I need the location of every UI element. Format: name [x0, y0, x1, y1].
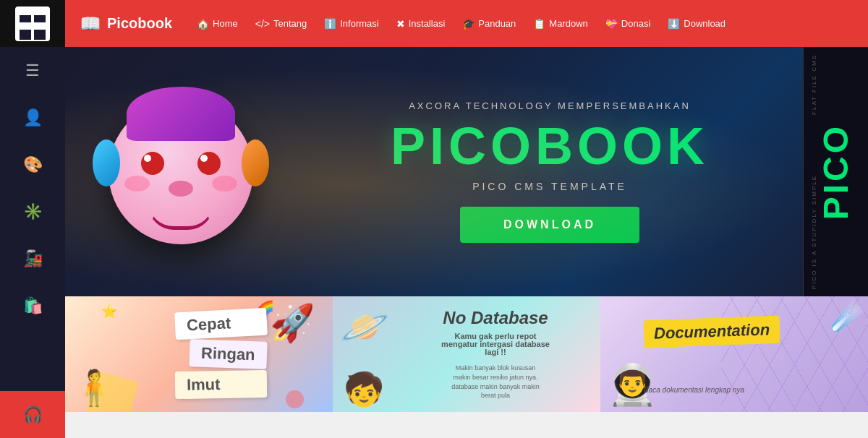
hero-right-panel: FLAT FILE CMS PICO PICO IS A STUPIDLY SI…: [803, 47, 868, 296]
hero-banner: AXCORA TECHNOLOGY MEMPERSEMBAHKAN PICOBO…: [65, 47, 868, 296]
hero-text-area: AXCORA TECHNOLOGY MEMPERSEMBAHKAN PICOBO…: [297, 86, 803, 257]
doc-title-tag: Documentation: [643, 316, 780, 348]
card-3-content: ☄️ 👨‍🚀 Documentation Baca dokumentasi le…: [600, 296, 868, 412]
sidebar-item-support[interactable]: 🎧: [0, 391, 65, 438]
nav-donasi[interactable]: 💝 Donasi: [598, 14, 658, 34]
pico-big-text: PICO: [819, 124, 854, 220]
badge-imut: Imut: [174, 370, 266, 399]
sidebar-bottom: 🎧: [0, 391, 65, 438]
badge-ringan: Ringan: [189, 339, 267, 369]
pico-flat-file-label: FLAT FILE CMS: [811, 54, 817, 115]
home-icon: 🏠: [197, 18, 209, 30]
nav-informasi[interactable]: ℹ️ Informasi: [317, 14, 386, 34]
menu-icon: ☰: [25, 61, 40, 80]
nav-download-label: Download: [684, 18, 726, 29]
feature-cards: 🚀 🌈 🧍 ⭐ Cepat Ringan Imut: [65, 296, 868, 412]
sidebar-item-pin[interactable]: ✳️: [0, 188, 65, 235]
page-content: AXCORA TECHNOLOGY MEMPERSEMBAHKAN PICOBO…: [65, 47, 868, 438]
card-3-title: Documentation: [654, 320, 770, 343]
graduation-icon: 🎓: [462, 18, 475, 30]
download-icon: ⬇️: [668, 18, 680, 30]
info-icon: ℹ️: [324, 18, 336, 30]
pin-icon: ✳️: [23, 202, 43, 221]
card-3-sub-area: Baca dokumentasi lengkap nya: [644, 386, 744, 394]
nav-donasi-label: Donasi: [621, 18, 650, 29]
hero-subtitle: AXCORA TECHNOLOGY MEMPERSEMBAHKAN: [409, 100, 691, 111]
tools-icon: 🚂: [23, 249, 43, 268]
nav-installasi[interactable]: ✖ Installasi: [389, 14, 453, 34]
no-db-subtitle: Kamu gak perlu repotmengatur intergasi d…: [441, 332, 550, 356]
brand-icon: 📖: [80, 14, 101, 34]
deco-circle: [286, 390, 304, 408]
markdown-icon: 📋: [533, 18, 545, 30]
nav-panduan-label: Panduan: [478, 18, 516, 29]
meteor-icon: ☄️: [830, 300, 864, 332]
navbar-brand: 📖 Picobook: [80, 14, 172, 34]
main-content: 📖 Picobook 🏠 Home </> Tentang ℹ️ Informa…: [65, 0, 868, 438]
navbar: 📖 Picobook 🏠 Home </> Tentang ℹ️ Informa…: [65, 0, 868, 47]
kid-icon: 🧒: [344, 370, 384, 408]
heart-icon: 💝: [605, 18, 618, 30]
hero-tagline: PICO CMS TEMPLATE: [472, 181, 627, 192]
headset-icon: 🎧: [23, 405, 43, 424]
nav-mardown-label: Mardown: [549, 18, 587, 29]
no-db-description: Makin banyak blok kususanmakin besar res…: [451, 364, 540, 400]
wrench-icon: ✖: [396, 18, 405, 30]
nav-installasi-label: Installasi: [409, 18, 446, 29]
pico-simple-label: PICO IS A STUPIDLY SIMPLE: [811, 175, 817, 289]
svg-rect-2: [20, 8, 46, 15]
card-documentation: ☄️ 👨‍🚀 Documentation Baca dokumentasi le…: [600, 296, 868, 412]
nav-panduan[interactable]: 🎓 Panduan: [455, 14, 523, 34]
user-icon: 👤: [23, 108, 43, 127]
star-deco: ⭐: [101, 304, 117, 319]
nav-tentang-label: Tentang: [273, 18, 307, 29]
sidebar-item-user[interactable]: 👤: [0, 94, 65, 141]
nav-informasi-label: Informasi: [340, 18, 378, 29]
sidebar-item-bag[interactable]: 🛍️: [0, 282, 65, 329]
card-2-text: No Database Kamu gak perlu repotmengatur…: [441, 308, 550, 400]
nav-home[interactable]: 🏠 Home: [190, 14, 245, 34]
sidebar-logo: [0, 0, 65, 47]
hero-character: [65, 47, 297, 296]
card-no-database: 🪐 🧒 No Database Kamu gak perlu repotmeng…: [333, 296, 600, 412]
astronaut-icon: 👨‍🚀: [608, 361, 658, 408]
card-2-content: 🪐 🧒 No Database Kamu gak perlu repotmeng…: [333, 296, 600, 412]
hero-title: PICOBOOK: [391, 120, 709, 172]
sidebar-item-menu[interactable]: ☰: [0, 47, 65, 94]
nav-mardown[interactable]: 📋 Mardown: [526, 14, 595, 34]
sidebar-item-tools[interactable]: 🚂: [0, 235, 65, 282]
nav-home-label: Home: [213, 18, 238, 29]
nav-tentang[interactable]: </> Tentang: [248, 14, 315, 34]
rocket-icon: 🚀: [270, 302, 315, 344]
code-icon: </>: [255, 18, 270, 30]
nav-download[interactable]: ⬇️ Download: [660, 14, 733, 34]
card-1-content: 🚀 🌈 🧍 ⭐ Cepat Ringan Imut: [65, 296, 333, 412]
logo-icon: [15, 7, 50, 41]
no-db-title: No Database: [443, 308, 548, 328]
card-3-sub: Baca dokumentasi lengkap nya: [644, 386, 744, 394]
badge-cepat: Cepat: [174, 308, 267, 340]
brand-name: Picobook: [107, 15, 172, 32]
palette-icon: 🎨: [23, 155, 43, 174]
hero-download-button[interactable]: DOWNLOAD: [460, 207, 639, 243]
card-1-labels: Cepat Ringan Imut: [175, 310, 267, 398]
sidebar: ☰ 👤 🎨 ✳️ 🚂 🛍️ 🎧: [0, 0, 65, 438]
planet-icon: 🪐: [340, 304, 390, 351]
bag-icon: 🛍️: [23, 296, 43, 315]
sidebar-item-palette[interactable]: 🎨: [0, 141, 65, 188]
svg-rect-3: [20, 22, 46, 30]
card-fast-light: 🚀 🌈 🧍 ⭐ Cepat Ringan Imut: [65, 296, 333, 412]
